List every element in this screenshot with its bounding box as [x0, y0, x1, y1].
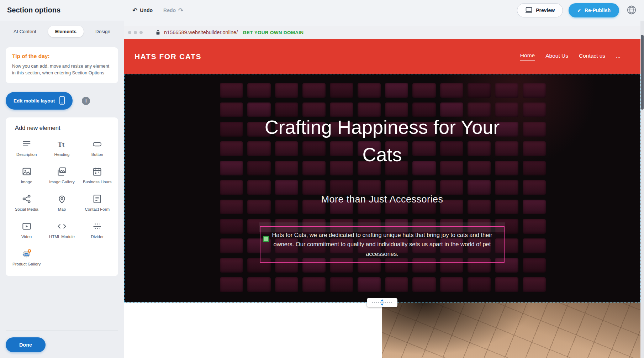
hero-tile — [330, 277, 353, 292]
add-new-element-title: Add new element — [15, 125, 114, 131]
hero-tile — [275, 83, 298, 98]
site-logo[interactable]: HATS FOR CATS — [134, 52, 201, 61]
tip-body: Now you can add, move and resize any ele… — [12, 63, 112, 76]
site-photo[interactable] — [382, 302, 640, 358]
tab-ai-content[interactable]: AI Content — [6, 26, 43, 37]
add-element-product-gallery[interactable]: Product Gallery — [10, 249, 43, 267]
hero-tile — [440, 83, 463, 98]
add-element-description[interactable]: Description — [10, 139, 43, 157]
preview-button[interactable]: Preview — [517, 3, 563, 17]
hero-headline[interactable]: Crafting Happiness for Your Cats — [261, 114, 503, 168]
hero-tile — [468, 277, 491, 292]
topbar: Section options ↶ Undo Redo ↷ Preview ✓ … — [0, 0, 644, 21]
sidebar-tabs: AI Content Elements Design — [6, 26, 117, 37]
window-dots — [128, 31, 143, 34]
redo-icon: ↷ — [178, 7, 183, 14]
hero-tile — [523, 258, 546, 273]
redo-button[interactable]: Redo ↷ — [163, 7, 183, 14]
element-label: Image Gallery — [49, 179, 75, 185]
hero-tile — [275, 180, 298, 195]
lock-icon — [155, 30, 160, 35]
tip-of-the-day-card: Tip of the day: Now you can add, move an… — [6, 47, 118, 83]
info-icon[interactable]: i — [82, 97, 90, 105]
heading-icon — [57, 139, 67, 149]
add-element-social-media[interactable]: Social Media — [10, 194, 43, 212]
element-label: Contact Form — [85, 207, 110, 212]
hero-tile — [275, 277, 298, 292]
preview-canvas: n1566589.websitebuilder.online/ GET YOUR… — [124, 21, 644, 358]
social-media-icon — [22, 194, 32, 204]
hero-tile — [247, 83, 270, 98]
nav-item-more[interactable]: ... — [616, 53, 621, 60]
check-icon: ✓ — [577, 7, 581, 13]
tab-design[interactable]: Design — [88, 26, 117, 37]
hero-tile — [358, 83, 381, 98]
hero-tile — [358, 180, 381, 195]
add-element-heading[interactable]: Heading — [45, 139, 78, 157]
browser-bar: n1566589.websitebuilder.online/ GET YOUR… — [124, 26, 640, 39]
hero-tile — [523, 180, 546, 195]
hero-tile — [247, 180, 270, 195]
phone-icon — [59, 96, 65, 106]
hero-subheadline[interactable]: More than Just Accessories — [124, 194, 640, 205]
globe-icon — [626, 5, 637, 16]
hero-tile — [220, 219, 243, 234]
history-controls: ↶ Undo Redo ↷ — [132, 0, 183, 21]
add-element-business-hours[interactable]: Business Hours — [81, 167, 114, 185]
element-label: Business Hours — [83, 179, 112, 185]
add-element-video[interactable]: Video — [10, 221, 43, 239]
hero-tile — [358, 277, 381, 292]
hero-tile — [220, 180, 243, 195]
hero-tile — [220, 141, 243, 156]
scrollbar-thumb[interactable] — [641, 35, 644, 110]
hero-tile — [468, 83, 491, 98]
add-element-map[interactable]: Map — [45, 194, 78, 212]
hero-tile — [412, 83, 436, 98]
contact-form-icon — [92, 194, 102, 204]
site-url[interactable]: n1566589.websitebuilder.online/ — [164, 30, 238, 35]
divider-icon — [92, 221, 102, 231]
hero-tile — [523, 161, 546, 176]
nav-item-about-us[interactable]: About Us — [545, 53, 568, 60]
hero-tile — [385, 180, 408, 195]
section-options-sidebar: AI Content Elements Design Tip of the da… — [0, 21, 124, 358]
section-resize-handle[interactable] — [367, 298, 397, 307]
site-nav: HomeAbout UsContact us... — [520, 52, 630, 60]
nav-item-home[interactable]: Home — [520, 52, 535, 60]
description-icon — [22, 139, 32, 149]
hero-tile — [523, 141, 546, 156]
resize-arrows-icon — [371, 299, 393, 306]
done-button[interactable]: Done — [6, 337, 46, 352]
hero-tile — [220, 83, 243, 98]
element-drag-handle[interactable] — [263, 236, 269, 242]
add-element-image-gallery[interactable]: Image Gallery — [45, 167, 78, 185]
language-globe-button[interactable] — [625, 4, 638, 17]
hero-tile — [220, 102, 243, 117]
republish-button[interactable]: ✓ Re-Publish — [569, 3, 619, 17]
edit-mobile-layout-button[interactable]: Edit mobile layout — [6, 92, 73, 110]
hero-tile — [523, 102, 546, 117]
image-gallery-icon — [57, 167, 67, 177]
image-icon — [22, 167, 32, 177]
undo-button[interactable]: ↶ Undo — [132, 7, 153, 14]
nav-item-contact-us[interactable]: Contact us — [579, 53, 605, 60]
add-element-image[interactable]: Image — [10, 167, 43, 185]
add-element-button[interactable]: Button — [81, 139, 114, 157]
get-your-own-domain-link[interactable]: GET YOUR OWN DOMAIN — [243, 30, 303, 35]
hero-tile — [330, 83, 353, 98]
hero-tile — [220, 277, 243, 292]
add-element-html-module[interactable]: HTML Module — [45, 221, 78, 239]
tab-elements[interactable]: Elements — [48, 26, 84, 37]
hero-tile — [220, 161, 243, 176]
add-element-divider[interactable]: Divider — [81, 221, 114, 239]
add-element-contact-form[interactable]: Contact Form — [81, 194, 114, 212]
window-dot — [134, 31, 137, 34]
hero-section[interactable]: Crafting Happiness for Your Cats More th… — [124, 74, 640, 302]
hero-tile — [385, 83, 408, 98]
hero-tile — [412, 180, 436, 195]
hero-tile — [220, 238, 243, 253]
video-icon — [22, 221, 32, 231]
element-label: HTML Module — [49, 234, 75, 239]
hero-paragraph-block[interactable]: Hats for Cats, we are dedicated to craft… — [260, 226, 505, 263]
product-gallery-icon — [22, 249, 32, 259]
